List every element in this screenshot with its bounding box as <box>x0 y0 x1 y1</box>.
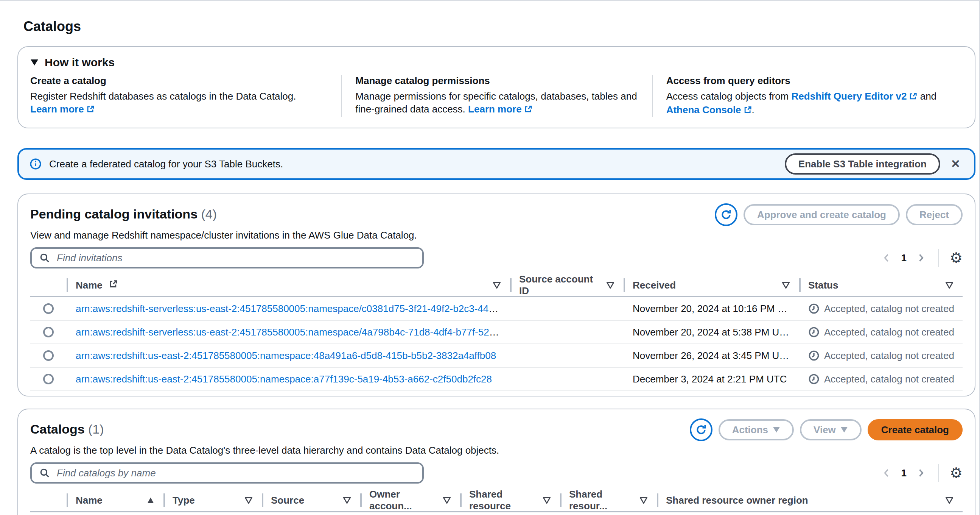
invitation-arn-link[interactable]: arn:aws:redshift-serverless:us-east-2:45… <box>76 327 510 338</box>
column-header-owner-account[interactable]: Owner accoun... <box>360 489 460 511</box>
pending-pagination: 1 ⚙ <box>880 249 963 267</box>
filter-icon[interactable] <box>945 281 953 289</box>
pending-title: Pending catalog invitations (4) <box>30 203 217 225</box>
filter-icon[interactable] <box>606 281 614 289</box>
info-icon <box>30 158 41 170</box>
filter-icon[interactable] <box>343 496 351 504</box>
external-link-icon <box>909 91 917 103</box>
pending-panel-header: Pending catalog invitations (4) Approve … <box>30 203 963 226</box>
pending-description: View and manage Redshift namespace/clust… <box>30 229 963 241</box>
athena-console-link[interactable]: Athena Console <box>666 104 752 115</box>
column-header-name[interactable]: Name <box>67 489 164 511</box>
how-it-works-col-query-editors: Access from query editors Access catalog… <box>652 75 963 117</box>
status-cell: Accepted, catalog not created <box>799 300 963 318</box>
filter-icon[interactable] <box>782 281 790 289</box>
how-it-works-panel: How it works Create a catalog Register R… <box>18 46 975 128</box>
col-heading: Access from query editors <box>666 75 949 87</box>
how-it-works-toggle[interactable]: How it works <box>30 56 963 69</box>
how-it-works-title: How it works <box>45 56 115 69</box>
chevron-right-icon[interactable] <box>914 251 928 265</box>
table-row: arn:aws:redshift-serverless:us-east-2:45… <box>30 321 963 344</box>
column-header-received[interactable]: Received <box>624 274 799 296</box>
find-catalogs-input[interactable] <box>55 467 415 480</box>
col-text-end: . <box>752 104 754 115</box>
chevron-right-icon[interactable] <box>914 466 928 480</box>
source-account-cell <box>510 352 624 359</box>
catalogs-panel-header: Catalogs (1) Actions View Create catalog <box>30 418 963 441</box>
clock-icon <box>808 303 819 314</box>
chevron-left-icon[interactable] <box>880 466 893 480</box>
column-header-name[interactable]: Name <box>67 274 510 296</box>
column-header-shared-resource-2[interactable]: Shared resour... <box>560 489 657 511</box>
refresh-icon <box>721 209 732 220</box>
catalogs-toolbar: 1 ⚙ <box>30 462 963 483</box>
filter-icon[interactable] <box>542 496 551 504</box>
actions-dropdown-button[interactable]: Actions <box>719 419 794 440</box>
clock-icon <box>808 327 819 338</box>
reject-button[interactable]: Reject <box>906 204 963 225</box>
received-cell: November 26, 2024 at 3:45 PM UTC <box>624 347 799 365</box>
pending-page-number[interactable]: 1 <box>898 252 909 264</box>
filter-icon[interactable] <box>493 281 501 289</box>
catalogs-table-header: Name Type Source Owner accoun... Shared … <box>30 489 963 512</box>
invitation-arn-link[interactable]: arn:aws:redshift:us-east-2:451785580005:… <box>76 373 492 385</box>
find-invitations-search <box>30 247 424 268</box>
approve-and-create-catalog-button[interactable]: Approve and create catalog <box>743 204 900 225</box>
learn-more-link[interactable]: Learn more <box>468 104 532 115</box>
table-row: arn:aws:redshift-serverless:us-east-2:45… <box>30 297 963 321</box>
banner-message: Create a federated catalog for your S3 T… <box>49 158 283 170</box>
col-text-body: Access catalog objects from <box>666 91 789 102</box>
enable-s3-table-integration-button[interactable]: Enable S3 Table integration <box>785 153 940 175</box>
how-it-works-columns: Create a catalog Register Redshift datab… <box>30 75 963 117</box>
external-link-icon <box>524 104 532 115</box>
filter-icon[interactable] <box>245 496 253 504</box>
refresh-icon <box>695 424 707 435</box>
column-header-status[interactable]: Status <box>799 274 963 296</box>
column-header-shared-resource[interactable]: Shared resource <box>460 489 560 511</box>
learn-more-link[interactable]: Learn more <box>30 104 95 115</box>
pending-count: (4) <box>201 207 217 221</box>
col-text: Manage permissions for specific catalogs… <box>355 90 638 116</box>
received-cell: December 3, 2024 at 2:21 PM UTC <box>624 370 799 388</box>
how-it-works-col-create: Create a catalog Register Redshift datab… <box>30 75 341 117</box>
find-invitations-input[interactable] <box>55 252 415 265</box>
row-radio[interactable] <box>43 350 54 361</box>
close-icon[interactable]: ✕ <box>948 157 963 171</box>
row-radio[interactable] <box>43 374 54 384</box>
catalogs-page: Catalogs How it works Create a catalog R… <box>0 0 980 515</box>
gear-icon[interactable]: ⚙ <box>950 466 963 480</box>
row-radio[interactable] <box>43 327 54 337</box>
gear-icon[interactable]: ⚙ <box>950 251 963 265</box>
refresh-button[interactable] <box>690 418 713 441</box>
invitation-arn-link[interactable]: arn:aws:redshift:us-east-2:451785580005:… <box>76 350 496 361</box>
redshift-query-editor-link[interactable]: Redshift Query Editor v2 <box>792 91 918 102</box>
row-radio[interactable] <box>43 303 54 314</box>
select-column-header <box>30 274 67 296</box>
pager-divider <box>939 464 939 482</box>
catalogs-panel: Catalogs (1) Actions View Create catalog… <box>18 408 975 515</box>
table-row: arn:aws:redshift:us-east-2:451785580005:… <box>30 368 963 391</box>
chevron-left-icon[interactable] <box>880 251 893 265</box>
create-catalog-button[interactable]: Create catalog <box>868 419 963 440</box>
column-header-source-account[interactable]: Source account ID <box>510 274 624 296</box>
pending-toolbar: 1 ⚙ <box>30 247 963 268</box>
view-dropdown-button[interactable]: View <box>800 419 862 440</box>
column-header-type[interactable]: Type <box>164 489 262 511</box>
catalogs-pagination: 1 ⚙ <box>880 464 963 482</box>
catalogs-page-number[interactable]: 1 <box>898 467 909 479</box>
received-cell: November 20, 2024 at 10:16 PM UTC <box>624 300 799 318</box>
col-text-body: Register Redshift databases as catalogs … <box>30 91 296 102</box>
refresh-button[interactable] <box>715 203 737 226</box>
catalogs-description: A catalog is the top level in the Data C… <box>30 444 963 456</box>
filter-icon[interactable] <box>640 496 648 504</box>
table-row: Default Default catalog - - - <box>30 512 963 515</box>
clock-icon <box>808 373 819 385</box>
filter-icon[interactable] <box>945 496 953 504</box>
invitation-arn-link[interactable]: arn:aws:redshift-serverless:us-east-2:45… <box>76 303 510 314</box>
page-title: Catalogs <box>24 18 975 36</box>
filter-icon[interactable] <box>443 496 451 504</box>
column-header-source[interactable]: Source <box>262 489 360 511</box>
column-header-shared-resource-owner-region[interactable]: Shared resource owner region <box>657 489 963 511</box>
status-cell: Accepted, catalog not created <box>799 370 963 388</box>
sort-asc-icon[interactable] <box>147 496 154 504</box>
